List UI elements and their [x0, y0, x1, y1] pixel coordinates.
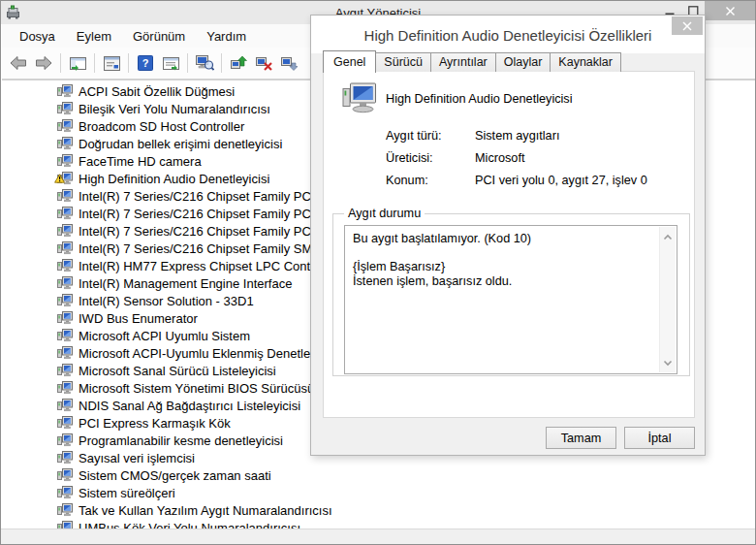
disable-device-icon[interactable]: [276, 50, 301, 76]
tree-item-label: Microsoft ACPI-Uyumlu Eklenmiş Denetleyi…: [79, 346, 329, 361]
field-value: Microsoft: [475, 150, 647, 166]
toolbar-separator: [187, 53, 188, 73]
device-icon: [57, 311, 73, 325]
forward-icon[interactable]: [31, 50, 56, 76]
tree-item-label: Sayısal veri işlemcisi: [79, 451, 195, 465]
menu-item[interactable]: Eylem: [66, 26, 122, 47]
tree-item[interactable]: Sistem süreölçeri: [2, 484, 756, 501]
close-icon: [682, 21, 692, 31]
tree-item-label: Sistem süreölçeri: [79, 486, 175, 500]
device-icon: [57, 102, 73, 115]
update-driver-icon[interactable]: [226, 50, 251, 76]
device-name: High Definition Audio Denetleyicisi: [386, 92, 573, 106]
device-icon: [57, 259, 73, 272]
properties-icon[interactable]: [99, 50, 124, 76]
device-icon: [57, 381, 73, 395]
device-icon: [57, 241, 73, 255]
show-console-tree-icon[interactable]: [65, 50, 90, 76]
menu-item[interactable]: Görünüm: [122, 26, 196, 47]
device-icon: [57, 189, 73, 203]
menu-item[interactable]: Dosya: [9, 26, 66, 47]
dialog-tabs: Genel Sürücü Ayrıntılar Olaylar Kaynakla…: [323, 54, 620, 72]
tree-item-label: Bileşik Veri Yolu Numaralandırıcısı: [79, 102, 270, 116]
tree-item-label: Tak ve Kullan Yazılım Aygıt Numaralandır…: [79, 503, 332, 518]
tree-item-label: IWD Bus Enumerator: [79, 311, 198, 326]
field-value: PCI veri yolu 0, aygıt 27, işlev 0: [475, 173, 647, 188]
scroll-up-icon[interactable]: [663, 230, 673, 243]
device-status-groupbox: Aygıt durumu Bu aygıt başlatılamıyor. (K…: [332, 213, 690, 376]
toolbar-separator: [128, 53, 129, 73]
dialog-tab[interactable]: Ayrıntılar: [430, 52, 496, 72]
device-icon: [57, 84, 73, 98]
tree-item-label: Intel(R) HM77 Express Chipset LPC Contro…: [79, 259, 346, 273]
device-status-label: Aygıt durumu: [344, 207, 425, 220]
uninstall-device-icon[interactable]: [251, 50, 276, 76]
dialog-tab[interactable]: Olaylar: [495, 52, 551, 72]
scroll-down-icon[interactable]: [663, 356, 673, 369]
device-icon: [57, 451, 73, 465]
dialog-titlebar: High Definition Audio Denetleyicisi Özel…: [311, 16, 705, 53]
status-scrollbar[interactable]: [659, 227, 676, 372]
tree-item-label: FaceTime HD camera: [79, 154, 202, 169]
device-icon: [57, 329, 73, 342]
device-icon: [57, 433, 73, 447]
device-icon: [57, 468, 73, 482]
device-icon: [57, 486, 73, 499]
device-info-fields: Aygıt türü: Sistem aygıtları Üreticisi: …: [386, 128, 647, 188]
device-icon: [57, 503, 73, 517]
export-list-icon[interactable]: [158, 50, 183, 76]
dialog-tab[interactable]: Sürücü: [375, 52, 431, 72]
tree-item-label: Microsoft ACPI Uyumlu Sistem: [79, 329, 250, 343]
device-large-icon: [342, 82, 379, 117]
tree-item-label: Doğrudan bellek erişimi denetleyicisi: [79, 137, 282, 151]
tree-item-label: Microsoft Sistem Yönetimi BIOS Sürücüsü: [79, 381, 314, 396]
device-icon: [57, 137, 73, 150]
help-icon[interactable]: ?: [133, 50, 158, 76]
status-line: [353, 246, 651, 261]
status-line: {İşlem Başarısız}: [353, 260, 651, 274]
device-icon: [57, 399, 73, 412]
device-icon: [57, 294, 73, 307]
tree-item-label: Intel(R) Sensor Solution - 33D1: [79, 294, 254, 308]
field-label: Aygıt türü:: [386, 128, 475, 144]
field-label: Konum:: [386, 173, 475, 188]
dialog-close-button[interactable]: [672, 16, 703, 35]
field-label: Üreticisi:: [386, 150, 475, 166]
cancel-button[interactable]: İptal: [624, 427, 695, 449]
back-icon[interactable]: [6, 50, 31, 76]
toolbar-separator: [60, 53, 61, 73]
menu-item[interactable]: Yardım: [196, 26, 257, 47]
device-manager-window: Aygıt Yöneticisi Dosya Eylem Görünüm: [0, 0, 756, 545]
close-icon: [725, 6, 736, 16]
tree-item[interactable]: Sistem CMOS/gerçek zaman saati: [2, 466, 756, 484]
status-line: Bu aygıt başlatılamıyor. (Kod 10): [353, 232, 651, 246]
status-line: İstenen işlem, başarısız oldu.: [353, 274, 651, 289]
tree-item[interactable]: Tak ve Kullan Yazılım Aygıt Numaralandır…: [2, 501, 756, 519]
dialog-tab[interactable]: Genel: [323, 50, 376, 73]
device-icon: [57, 346, 73, 360]
status-bar: [1, 529, 755, 544]
tree-item-label: Programlanabilir kesme denetleyicisi: [79, 433, 283, 448]
device-icon: [57, 416, 73, 430]
device-icon: [57, 276, 73, 290]
ok-button[interactable]: Tamam: [546, 427, 616, 449]
svg-text:?: ?: [142, 57, 149, 69]
tree-item-label: Broadcom SD Host Controller: [79, 119, 244, 134]
tree-item-label: High Definition Audio Denetleyicisi: [79, 172, 269, 186]
scan-hardware-changes-icon[interactable]: [192, 50, 217, 76]
tree-item-label: ACPI Sabit Özellik Düğmesi: [79, 84, 235, 99]
properties-dialog: High Definition Audio Denetleyicisi Özel…: [310, 15, 706, 456]
general-tab-page: High Definition Audio Denetleyicisi Aygı…: [323, 71, 695, 418]
device-icon: [57, 207, 73, 220]
device-icon: [57, 224, 73, 238]
toolbar-separator: [221, 53, 222, 73]
device-icon: [57, 154, 73, 168]
device-icon: [57, 364, 73, 377]
tree-item-label: Intel(R) Management Engine Interface: [79, 276, 292, 291]
device-icon: [57, 172, 73, 185]
warning-icon: [54, 170, 65, 187]
dialog-tab[interactable]: Kaynaklar: [550, 52, 621, 72]
device-status-text[interactable]: Bu aygıt başlatılamıyor. (Kod 10) {İşlem…: [344, 225, 677, 374]
tree-item-label: PCI Express Karmaşık Kök: [79, 416, 231, 431]
close-button[interactable]: [705, 1, 755, 20]
